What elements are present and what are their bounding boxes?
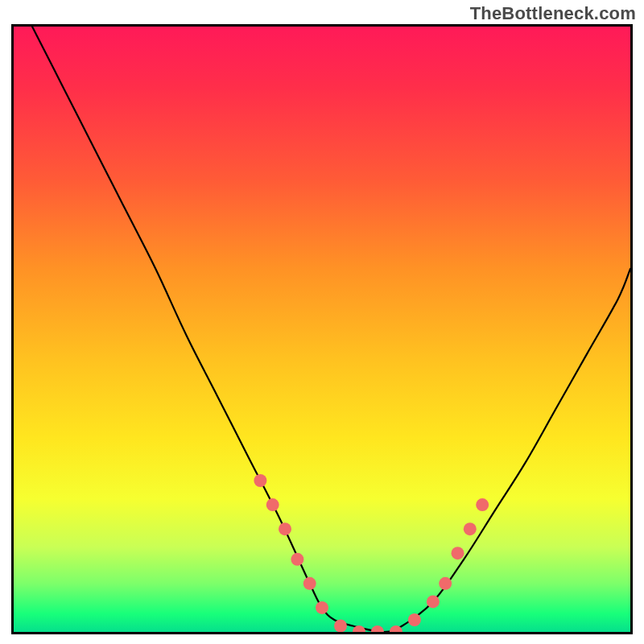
curve-dot xyxy=(334,620,347,633)
curve-dot xyxy=(439,577,452,590)
plot-frame xyxy=(11,24,633,634)
curve-dot xyxy=(452,547,464,559)
watermark-text: TheBottleneck.com xyxy=(470,3,636,24)
curve-dot xyxy=(303,577,316,590)
curve-dot xyxy=(254,474,266,487)
curve-dot xyxy=(464,522,477,535)
curve-dot xyxy=(291,553,303,566)
curve-dot xyxy=(427,595,440,608)
bottleneck-curve xyxy=(32,27,630,632)
curve-dot xyxy=(408,613,421,626)
curve-dot xyxy=(476,498,489,511)
curve-dot xyxy=(279,522,291,535)
curve-markers xyxy=(254,474,489,632)
curve-dot xyxy=(266,498,279,511)
curve-dot xyxy=(371,625,384,632)
chart-stage: TheBottleneck.com xyxy=(0,0,644,644)
curve-dot xyxy=(316,601,328,614)
chart-svg xyxy=(14,27,630,632)
